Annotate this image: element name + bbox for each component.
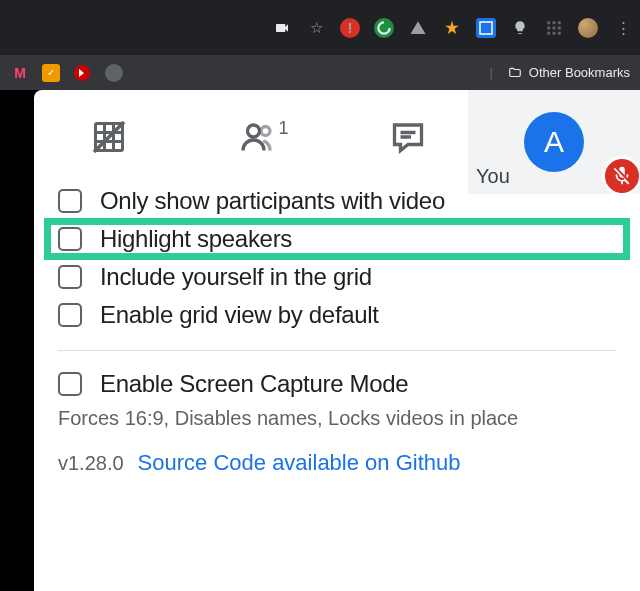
self-avatar: A <box>524 112 584 172</box>
bookmark-icon[interactable]: M <box>10 63 30 83</box>
tab-chat[interactable] <box>333 104 483 170</box>
source-link[interactable]: Source Code available on Github <box>138 450 461 476</box>
option-highlight-speakers[interactable]: Highlight speakers <box>34 220 640 258</box>
kebab-menu-icon[interactable]: ⋮ <box>612 18 632 38</box>
checkbox[interactable] <box>58 372 82 396</box>
people-count: 1 <box>278 118 288 139</box>
option-label: Highlight speakers <box>100 225 292 253</box>
option-screen-capture[interactable]: Enable Screen Capture Mode <box>34 365 640 403</box>
checkbox[interactable] <box>58 227 82 251</box>
other-bookmarks-button[interactable]: Other Bookmarks <box>529 65 630 80</box>
option-label: Only show participants with video <box>100 187 445 215</box>
checkbox[interactable] <box>58 189 82 213</box>
svg-rect-5 <box>558 21 561 24</box>
extension-icon[interactable] <box>408 18 428 38</box>
tab-grid-off[interactable] <box>34 104 184 170</box>
footer: v1.28.0 Source Code available on Github <box>34 430 640 476</box>
svg-rect-11 <box>558 31 561 34</box>
separator: | <box>489 65 492 80</box>
extension-icon[interactable] <box>476 18 496 38</box>
option-label: Enable Screen Capture Mode <box>100 370 408 398</box>
star-icon[interactable]: ☆ <box>306 18 326 38</box>
options-list: Only show participants with video Highli… <box>34 170 640 476</box>
version-label: v1.28.0 <box>58 452 124 475</box>
svg-rect-6 <box>547 26 550 29</box>
extension-icon[interactable] <box>544 18 564 38</box>
chrome-toolbar: ☆ ! ⋮ <box>0 0 640 55</box>
svg-rect-4 <box>553 21 556 24</box>
extension-icon[interactable]: ! <box>340 18 360 38</box>
svg-point-18 <box>248 125 260 137</box>
settings-popup: 1 A You Only show par <box>34 90 640 591</box>
bookmark-icon[interactable] <box>104 63 124 83</box>
svg-point-19 <box>261 127 270 136</box>
option-only-video[interactable]: Only show participants with video <box>34 182 640 220</box>
profile-avatar-icon[interactable] <box>578 18 598 38</box>
checkbox[interactable] <box>58 265 82 289</box>
bookmarks-bar: M ✓ | Other Bookmarks <box>0 55 640 90</box>
option-description: Forces 16:9, Disables names, Locks video… <box>34 403 640 430</box>
bookmark-icon[interactable]: ✓ <box>42 64 60 82</box>
svg-rect-3 <box>547 21 550 24</box>
bookmark-icon[interactable] <box>72 63 92 83</box>
option-enable-default[interactable]: Enable grid view by default <box>34 296 640 334</box>
checkbox[interactable] <box>58 303 82 327</box>
extension-icon[interactable] <box>510 18 530 38</box>
option-include-yourself[interactable]: Include yourself in the grid <box>34 258 640 296</box>
tab-people[interactable]: 1 <box>184 104 334 170</box>
svg-line-17 <box>94 122 124 152</box>
svg-rect-7 <box>553 26 556 29</box>
extension-icon[interactable] <box>374 18 394 38</box>
video-area: 1 A You Only show par <box>0 90 640 591</box>
svg-rect-9 <box>547 31 550 34</box>
option-label: Include yourself in the grid <box>100 263 372 291</box>
svg-rect-8 <box>558 26 561 29</box>
folder-icon <box>507 66 523 80</box>
self-tile[interactable]: A You <box>468 90 640 194</box>
option-label: Enable grid view by default <box>100 301 379 329</box>
extension-icon[interactable] <box>442 18 462 38</box>
svg-rect-10 <box>553 31 556 34</box>
divider <box>58 350 616 351</box>
camera-icon[interactable] <box>272 18 292 38</box>
